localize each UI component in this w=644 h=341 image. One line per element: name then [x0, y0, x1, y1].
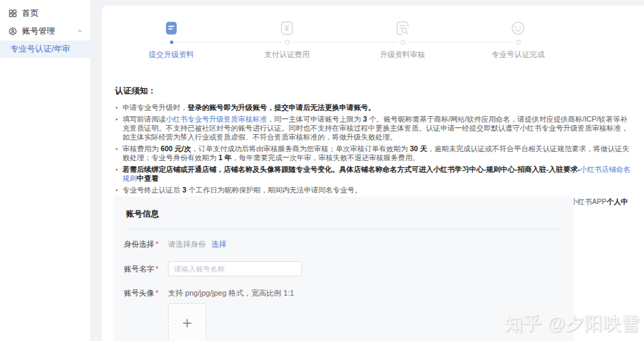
sidebar-item-pro-verification[interactable]: 专业号认证/年审: [0, 41, 90, 58]
notice-text: ，同一主体可申请账号上限为: [267, 115, 363, 123]
account-name-row: 账号名字*: [124, 261, 574, 276]
notice-text: ，订单支付成功后将由审核服务商为您审核；单次审核订单有效期为: [191, 144, 410, 153]
step-connector: [177, 42, 229, 43]
notice-text: 若需后续绑定店铺或开通店铺，店铺名称及头像将跟随专业号变化。具体店铺名称命名方式…: [122, 165, 580, 173]
notice-text: 申请专业号升级时，: [122, 103, 188, 111]
yuan-icon: [279, 21, 294, 36]
notice-item: 专业号终止认证后 3 个工作日为昵称保护期，期间内无法申请同名专业号。: [122, 186, 633, 195]
step-label: 支付认证费用: [264, 50, 310, 60]
document-icon: [164, 21, 179, 36]
sidebar-item-label: 账号管理: [22, 25, 55, 37]
notice-text: 600 元/次: [160, 144, 191, 153]
sidebar-item-account-management[interactable]: 账号管理: [0, 22, 90, 40]
section-title: 账号信息: [114, 197, 574, 229]
account-name-label: 账号名字*: [124, 264, 162, 274]
step-dot: [400, 40, 405, 45]
notice-text: 填写前请阅读: [122, 115, 166, 123]
notice-text: 1 年: [218, 153, 231, 162]
account-info-panel: 账号信息 身份选择* 请选择身份 选择 账号名字*: [114, 197, 574, 341]
sidebar-item-label: 首页: [22, 8, 39, 19]
step-label: 升级资料审核: [380, 50, 425, 60]
step-connector: [408, 42, 460, 43]
required-mark: *: [155, 240, 158, 248]
notice-text: 30 天: [410, 144, 427, 153]
required-mark: *: [155, 289, 158, 297]
step-label: 专业号认证完成: [492, 50, 545, 60]
sidebar: 首页 账号管理 专业号认证/年审: [0, 0, 90, 341]
step-dot: [516, 40, 521, 45]
step-connector: [345, 42, 397, 43]
home-grid-icon: [8, 9, 17, 18]
main-card: 提交升级资料 支付认证费用: [102, 6, 644, 341]
step-material-review: 升级资料审核: [345, 21, 460, 60]
review-icon: [395, 21, 410, 36]
notice-text: ，每年需要完成一次年审，审核失败不退还审核服务费用。: [232, 153, 420, 162]
step-complete: 专业号认证完成: [460, 21, 576, 60]
notice-link[interactable]: 小红书专业号升级资质审核标准: [166, 115, 267, 123]
avatar-row: 账号头像* 支持 png/jpg/jpeg 格式，宽高比例 1:1 +: [124, 288, 574, 341]
avatar-label: 账号头像*: [124, 288, 162, 298]
step-dot: [170, 41, 173, 44]
verification-stepper: 提交升级资料 支付认证费用: [114, 21, 576, 60]
notice-item: 若需后续绑定店铺或开通店铺，店铺名称及头像将跟随专业号变化。具体店铺名称命名方式…: [122, 165, 633, 183]
required-mark: *: [155, 265, 158, 273]
notice-text: 专业号终止认证后: [122, 186, 182, 194]
step-dot: [285, 40, 290, 45]
notice-item: 审核费用为 600 元/次，订单支付成功后将由审核服务商为您审核；单次审核订单有…: [122, 144, 633, 162]
step-label: 提交升级资料: [149, 50, 194, 60]
account-icon: [8, 27, 17, 36]
notice-item: 申请专业号升级时，登录的账号即为升级账号，提交申请后无法更换申请账号。: [122, 103, 633, 112]
identity-select-link[interactable]: 选择: [211, 239, 226, 250]
step-pay-fee: 支付认证费用: [229, 21, 345, 60]
identity-value: 请选择身份: [168, 239, 206, 250]
sidebar-item-label: 专业号认证/年审: [10, 43, 70, 55]
avatar-hint: 支持 png/jpg/jpeg 格式，宽高比例 1:1: [168, 289, 294, 298]
step-connector: [460, 42, 513, 43]
step-connector: [292, 42, 345, 43]
notice-title: 认证须知：: [115, 85, 633, 97]
account-form: 身份选择* 请选择身份 选择 账号名字* 账号头像* 支持: [114, 230, 574, 341]
notice-text: 中查看: [137, 174, 159, 182]
account-name-input[interactable]: [168, 261, 302, 276]
identity-label: 身份选择*: [124, 239, 162, 250]
notice-text: 个工作日为昵称保护期，期间内无法申请同名专业号。: [186, 186, 362, 194]
smile-icon: [511, 21, 526, 36]
identity-row: 身份选择* 请选择身份 选择: [124, 239, 574, 250]
sidebar-item-home[interactable]: 首页: [0, 4, 90, 22]
avatar-upload-box[interactable]: +: [168, 303, 206, 341]
notice-item: 填写前请阅读小红书专业号升级资质审核标准，同一主体可申请账号上限为 3 个。账号…: [122, 115, 633, 142]
step-submit-materials: 提交升级资料: [114, 21, 229, 60]
page: 首页 账号管理 专业号认证/年审: [0, 0, 644, 341]
notice-text: 登录的账号即为升级账号，提交申请后无法更换申请账号。: [188, 103, 376, 111]
plus-icon: +: [182, 315, 192, 331]
chevron-up-icon: [76, 28, 83, 34]
step-connector: [229, 42, 281, 43]
notice-text: 审核费用为: [122, 144, 160, 153]
